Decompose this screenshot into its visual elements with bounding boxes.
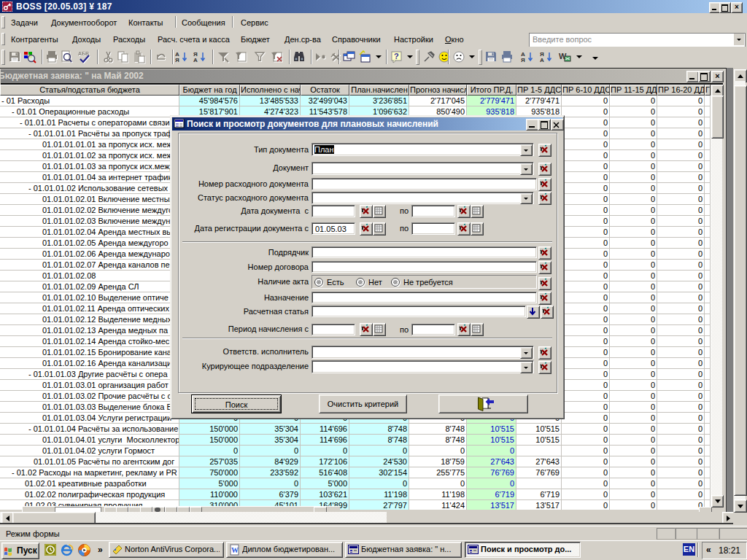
svg-text:Я: Я [175, 57, 179, 63]
svg-text:А: А [193, 57, 198, 63]
svg-text:W: W [231, 546, 239, 554]
svg-text:АБВ: АБВ [78, 51, 89, 56]
svg-text:?: ? [394, 52, 399, 61]
svg-text:Я: Я [521, 57, 525, 63]
svg-text:А: А [540, 57, 544, 63]
